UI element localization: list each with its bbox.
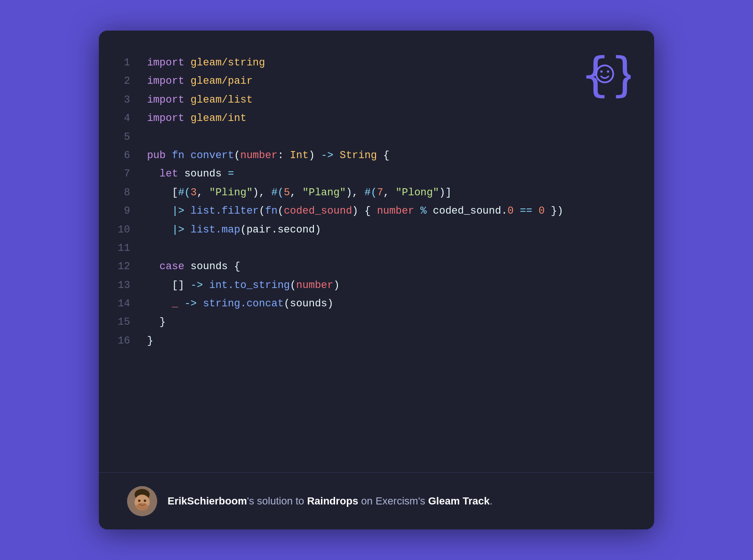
svg-point-3 [601,71,603,73]
code-line-content: } [147,331,626,350]
line-number: 11 [118,239,147,257]
line-number: 5 [118,128,147,146]
table-row: 12 case sounds { [118,257,626,275]
line-number: 7 [118,164,147,183]
track-name: Gleam Track [428,495,490,507]
code-line-content: pub fn convert(number: Int) -> String { [147,146,626,164]
line-number: 2 [118,72,147,90]
line-number: 16 [118,331,147,350]
svg-point-9 [138,500,141,502]
svg-text:{: { [581,49,609,101]
code-line-content: import gleam/string [147,53,626,72]
code-line-content: let sounds = [147,164,626,183]
code-line-content: |> list.filter(fn(coded_sound) { number … [147,201,626,220]
line-number: 14 [118,294,147,312]
table-row: 9 |> list.filter(fn(coded_sound) { numbe… [118,201,626,220]
code-area: { } 1import gleam/string2import gleam/pa… [99,31,654,472]
code-card: { } 1import gleam/string2import gleam/pa… [99,31,654,529]
table-row: 2import gleam/pair [118,72,626,90]
line-number: 10 [118,220,147,239]
svg-point-8 [136,503,148,511]
code-line-content: [] -> int.to_string(number) [147,276,626,294]
code-line-content [147,239,626,257]
code-line-content: _ -> string.concat(sounds) [147,294,626,312]
table-row: 1import gleam/string [118,53,626,72]
footer-text: ErikSchierboom's solution to Raindrops o… [168,495,493,507]
line-number: 1 [118,53,147,72]
possessive: 's [247,495,254,507]
footer: ErikSchierboom's solution to Raindrops o… [99,473,654,529]
line-number: 12 [118,257,147,275]
code-line-content: import gleam/pair [147,72,626,90]
code-line-content [147,128,626,146]
table-row: 7 let sounds = [118,164,626,183]
code-line-content: } [147,312,626,331]
table-row: 16} [118,331,626,350]
line-number: 13 [118,276,147,294]
on-label: on Exercism's [358,495,428,507]
username: ErikSchierboom [168,495,247,507]
line-number: 15 [118,312,147,331]
svg-point-4 [607,71,609,73]
code-line-content: [#(3, "Pling"), #(5, "Plang"), #(7, "Plo… [147,183,626,201]
line-number: 8 [118,183,147,201]
line-number: 6 [118,146,147,164]
table-row: 5 [118,128,626,146]
table-row: 6pub fn convert(number: Int) -> String { [118,146,626,164]
table-row: 10 |> list.map(pair.second) [118,220,626,239]
code-line-content: import gleam/int [147,109,626,127]
code-table: 1import gleam/string2import gleam/pair3i… [118,53,626,350]
line-number: 9 [118,201,147,220]
exercism-logo: { } [579,49,631,101]
exercise-name: Raindrops [307,495,358,507]
line-number: 4 [118,109,147,127]
table-row: 11 [118,239,626,257]
avatar [127,486,157,516]
code-line-content: case sounds { [147,257,626,275]
solution-label: solution to [254,495,307,507]
table-row: 13 [] -> int.to_string(number) [118,276,626,294]
code-line-content: import gleam/list [147,90,626,109]
table-row: 3import gleam/list [118,90,626,109]
table-row: 4import gleam/int [118,109,626,127]
table-row: 15 } [118,312,626,331]
table-row: 14 _ -> string.concat(sounds) [118,294,626,312]
svg-point-10 [144,500,146,502]
period: . [490,495,493,507]
line-number: 3 [118,90,147,109]
table-row: 8 [#(3, "Pling"), #(5, "Plang"), #(7, "P… [118,183,626,201]
code-line-content: |> list.map(pair.second) [147,220,626,239]
